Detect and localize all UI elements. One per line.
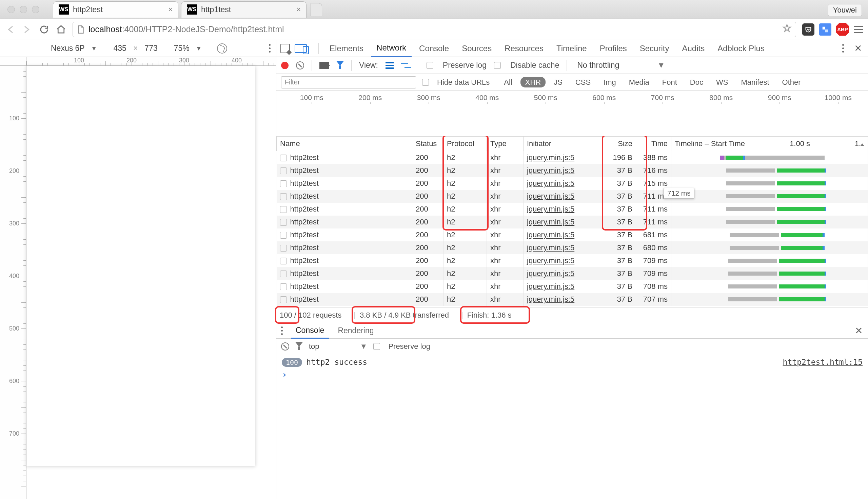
row-checkbox[interactable] xyxy=(280,232,287,239)
col-type[interactable]: Type xyxy=(487,137,524,151)
waterfall-toggle-icon[interactable] xyxy=(401,63,411,68)
home-icon[interactable] xyxy=(56,24,66,35)
zoom-window-icon[interactable] xyxy=(32,6,39,13)
record-icon[interactable] xyxy=(281,62,289,69)
browser-tab-1[interactable]: WS http1test × xyxy=(181,1,306,17)
table-row[interactable]: http2test200h2xhrjquery.min.js:537 B707 … xyxy=(277,293,868,306)
close-tab-icon[interactable]: × xyxy=(168,5,173,14)
table-row[interactable]: http2test200h2xhrjquery.min.js:537 B711 … xyxy=(277,190,868,203)
profile-button[interactable]: Youwei xyxy=(828,4,862,16)
col-time[interactable]: Time xyxy=(636,137,671,151)
tab-audits[interactable]: Audits xyxy=(676,40,710,57)
forward-icon[interactable] xyxy=(22,24,33,35)
row-checkbox[interactable] xyxy=(280,283,287,290)
clear-icon[interactable] xyxy=(296,61,304,70)
filter-type-media[interactable]: Media xyxy=(624,77,654,87)
zoom-select[interactable]: 75% xyxy=(174,44,190,53)
close-tab-icon[interactable]: × xyxy=(296,5,301,14)
device-select[interactable]: Nexus 6P xyxy=(51,44,85,53)
console-body[interactable]: 100http2 success http2test.html:15 › xyxy=(276,354,868,499)
drawer-tab-rendering[interactable]: Rendering xyxy=(333,324,378,338)
tab-profiles[interactable]: Profiles xyxy=(595,40,632,57)
row-checkbox[interactable] xyxy=(280,258,287,265)
table-row[interactable]: http2test200h2xhrjquery.min.js:537 B709 … xyxy=(277,267,868,280)
filter-icon[interactable] xyxy=(337,61,344,70)
col-waterfall[interactable]: Timeline – Start Time 1.00 s 1. xyxy=(671,137,868,151)
tab-resources[interactable]: Resources xyxy=(499,40,549,57)
table-row[interactable]: http2test200h2xhrjquery.min.js:537 B711 … xyxy=(277,203,868,216)
request-initiator[interactable]: jquery.min.js:5 xyxy=(527,282,574,291)
table-row[interactable]: http2test200h2xhrjquery.min.js:5196 B388… xyxy=(277,151,868,165)
rotate-icon[interactable] xyxy=(217,44,227,53)
col-initiator[interactable]: Initiator xyxy=(524,137,591,151)
timeline-overview[interactable]: 100 ms200 ms300 ms400 ms500 ms600 ms700 … xyxy=(276,91,868,136)
request-initiator[interactable]: jquery.min.js:5 xyxy=(527,231,574,239)
abp-icon[interactable]: ABP xyxy=(836,23,849,36)
row-checkbox[interactable] xyxy=(280,245,287,252)
request-initiator[interactable]: jquery.min.js:5 xyxy=(527,269,574,278)
context-select[interactable]: top▼ xyxy=(309,342,367,351)
table-row[interactable]: http2test200h2xhrjquery.min.js:537 B709 … xyxy=(277,254,868,267)
browser-tab-0[interactable]: WS http2test × xyxy=(53,1,178,17)
col-protocol[interactable]: Protocol xyxy=(443,137,487,151)
viewport-width[interactable]: 435 xyxy=(113,44,126,53)
tab-elements[interactable]: Elements xyxy=(324,40,369,57)
col-name[interactable]: Name xyxy=(277,137,412,151)
filter-type-font[interactable]: Font xyxy=(658,77,682,87)
request-initiator[interactable]: jquery.min.js:5 xyxy=(527,179,574,187)
table-row[interactable]: http2test200h2xhrjquery.min.js:537 B716 … xyxy=(277,164,868,177)
col-status[interactable]: Status xyxy=(412,137,443,151)
filter-type-all[interactable]: All xyxy=(499,77,517,87)
request-initiator[interactable]: jquery.min.js:5 xyxy=(527,166,574,174)
log-source-link[interactable]: http2test.html:15 xyxy=(783,358,863,366)
address-bar[interactable]: localhost:4000/HTTP2-NodeJS-Demo/http2te… xyxy=(73,22,796,37)
row-checkbox[interactable] xyxy=(280,193,287,200)
throttling-select[interactable]: No throttling xyxy=(577,61,619,70)
close-devtools-icon[interactable]: ✕ xyxy=(852,43,864,54)
tab-security[interactable]: Security xyxy=(634,40,675,57)
col-size[interactable]: Size xyxy=(591,137,636,151)
close-window-icon[interactable] xyxy=(8,6,15,13)
row-checkbox[interactable] xyxy=(280,180,287,187)
device-screen[interactable] xyxy=(26,66,255,466)
close-drawer-icon[interactable]: ✕ xyxy=(855,325,863,336)
more-icon[interactable] xyxy=(269,44,271,52)
console-filter-icon[interactable] xyxy=(295,342,303,351)
table-row[interactable]: http2test200h2xhrjquery.min.js:537 B681 … xyxy=(277,229,868,241)
screenshot-icon[interactable] xyxy=(319,62,329,69)
row-checkbox[interactable] xyxy=(280,206,287,213)
pocket-icon[interactable] xyxy=(802,23,815,36)
request-initiator[interactable]: jquery.min.js:5 xyxy=(527,256,574,265)
request-initiator[interactable]: jquery.min.js:5 xyxy=(527,153,574,162)
table-row[interactable]: http2test200h2xhrjquery.min.js:537 B715 … xyxy=(277,177,868,190)
filter-type-other[interactable]: Other xyxy=(778,77,806,87)
tab-sources[interactable]: Sources xyxy=(456,40,497,57)
request-initiator[interactable]: jquery.min.js:5 xyxy=(527,205,574,213)
console-preserve-log-checkbox[interactable] xyxy=(373,343,380,350)
filter-type-css[interactable]: CSS xyxy=(571,77,595,87)
request-initiator[interactable]: jquery.min.js:5 xyxy=(527,243,574,252)
filter-type-js[interactable]: JS xyxy=(549,77,567,87)
new-tab-button[interactable] xyxy=(310,3,322,16)
row-checkbox[interactable] xyxy=(280,155,287,161)
tab-adblock[interactable]: Adblock Plus xyxy=(712,40,770,57)
table-row[interactable]: http2test200h2xhrjquery.min.js:537 B680 … xyxy=(277,241,868,254)
request-initiator[interactable]: jquery.min.js:5 xyxy=(527,295,574,303)
reload-icon[interactable] xyxy=(39,24,49,35)
table-row[interactable]: http2test200h2xhrjquery.min.js:537 B711 … xyxy=(277,216,868,229)
devtools-more-icon[interactable] xyxy=(842,44,844,52)
browser-menu-icon[interactable] xyxy=(854,26,863,33)
request-initiator[interactable]: jquery.min.js:5 xyxy=(527,218,574,226)
disable-cache-checkbox[interactable] xyxy=(494,62,501,69)
filter-type-ws[interactable]: WS xyxy=(711,77,733,87)
back-icon[interactable] xyxy=(5,24,16,35)
row-checkbox[interactable] xyxy=(280,296,287,303)
tab-timeline[interactable]: Timeline xyxy=(551,40,592,57)
row-checkbox[interactable] xyxy=(280,168,287,174)
minimize-window-icon[interactable] xyxy=(20,6,27,13)
clear-console-icon[interactable] xyxy=(281,342,289,351)
filter-type-xhr[interactable]: XHR xyxy=(521,77,546,87)
filter-type-doc[interactable]: Doc xyxy=(685,77,708,87)
filter-input[interactable] xyxy=(281,76,416,88)
tab-console[interactable]: Console xyxy=(414,40,454,57)
